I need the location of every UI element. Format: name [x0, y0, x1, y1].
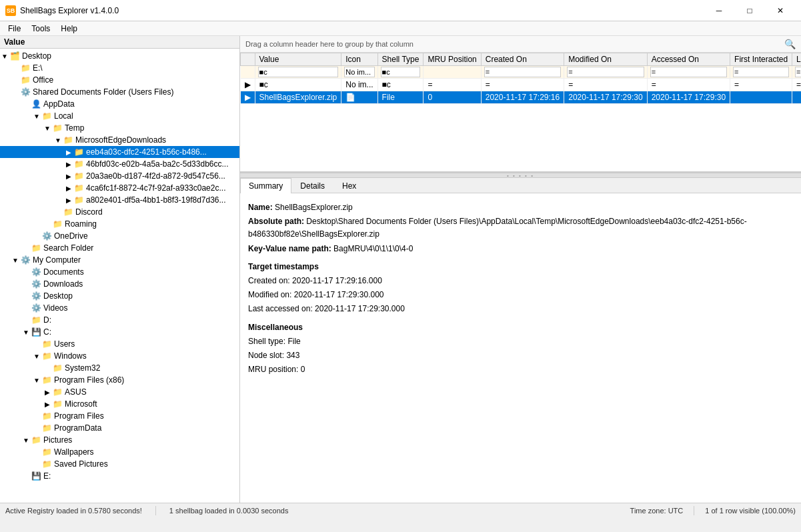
- table-row[interactable]: ▶■cNo im...■c======: [241, 79, 802, 91]
- tree-item-appdata[interactable]: 👤AppData: [0, 98, 239, 110]
- tab-summary[interactable]: Summary: [240, 178, 291, 193]
- tree-item-c[interactable]: ▼💾C:: [0, 326, 239, 338]
- tree-expand-icon[interactable]: ▼: [32, 377, 41, 384]
- tab-hex[interactable]: Hex: [333, 178, 365, 193]
- filter-cell-3[interactable]: [377, 66, 424, 79]
- col-header-value2[interactable]: Value: [255, 53, 341, 66]
- tree-item-programdata[interactable]: 📁ProgramData: [0, 422, 239, 434]
- filter-cell-4[interactable]: [424, 66, 481, 79]
- tree-item-mycomputer[interactable]: ▼⚙️My Computer: [0, 254, 239, 266]
- tree-item-system32[interactable]: 📁System32: [0, 362, 239, 374]
- tree-item-videos[interactable]: ⚙️Videos: [0, 302, 239, 314]
- tree-node-label: E:: [43, 471, 51, 481]
- tree-item-documents[interactable]: ⚙️Documents: [0, 266, 239, 278]
- filter-cell-8[interactable]: [730, 66, 792, 79]
- tree-expand-icon[interactable]: ▼: [0, 53, 9, 60]
- tree-item-local[interactable]: ▼📁Local: [0, 110, 239, 122]
- tree-expand-icon[interactable]: ▶: [43, 401, 52, 408]
- tree-item-discord[interactable]: 📁Discord: [0, 206, 239, 218]
- filter-input-5[interactable]: [484, 67, 561, 77]
- filter-input-6[interactable]: [567, 67, 644, 77]
- tree-node-label: Wallpapers: [54, 447, 94, 457]
- tree-expand-icon[interactable]: ▶: [64, 161, 73, 168]
- tree-item-users[interactable]: 📁Users: [0, 338, 239, 350]
- tree-expand-icon[interactable]: ▶: [64, 185, 73, 192]
- tree-item-msedge[interactable]: ▼📁MicrosoftEdgeDownloads: [0, 134, 239, 146]
- tree-item-search[interactable]: 📁Search Folder: [0, 242, 239, 254]
- filter-cell-2[interactable]: [341, 66, 377, 79]
- maximize-button[interactable]: □: [734, 0, 765, 21]
- tree-item-savedpictures[interactable]: 📁Saved Pictures: [0, 458, 239, 470]
- col-header-accessed[interactable]: Accessed On: [647, 53, 730, 66]
- tree-item-guid5[interactable]: ▶📁a802e401-df5a-4bb1-b8f3-19f8d7d36...: [0, 194, 239, 206]
- tree-expand-icon[interactable]: ▼: [32, 113, 41, 120]
- tree[interactable]: ▼🗂️Desktop 📁E:\ 📁Office ⚙️Shared Documen…: [0, 49, 239, 503]
- tree-item-guid3[interactable]: ▶📁20a3ae0b-d187-4f2d-a872-9d547c56...: [0, 170, 239, 182]
- app-icon: SB: [5, 5, 16, 16]
- filter-cell-9[interactable]: [792, 66, 801, 79]
- tree-expand-icon[interactable]: ▼: [21, 329, 31, 336]
- tree-expand-icon[interactable]: ▶: [43, 389, 52, 396]
- tree-item-microsoft2[interactable]: ▶📁Microsoft: [0, 398, 239, 410]
- col-header-icon[interactable]: Icon: [341, 53, 377, 66]
- filter-cell-6[interactable]: [564, 66, 647, 79]
- tree-expand-icon[interactable]: ▼: [21, 437, 31, 444]
- tree-item-guid4[interactable]: ▶📁4ca6fc1f-8872-4c7f-92af-a933c0ae2c...: [0, 182, 239, 194]
- tree-item-asus[interactable]: ▶📁ASUS: [0, 386, 239, 398]
- col-header-shell-type[interactable]: Shell Type: [377, 53, 424, 66]
- bottom-panel: Summary Details Hex Name: ShellBagsExplo…: [240, 178, 801, 503]
- tree-item-onedrive[interactable]: ⚙️OneDrive: [0, 230, 239, 242]
- col-header-created[interactable]: Created On: [481, 53, 564, 66]
- tree-item-e2[interactable]: 💾E:: [0, 470, 239, 482]
- col-header-last[interactable]: Las: [792, 53, 801, 66]
- tree-expand-icon[interactable]: ▼: [32, 353, 41, 360]
- tree-expand-icon[interactable]: ▶: [64, 149, 73, 156]
- filter-input-9[interactable]: [795, 67, 801, 77]
- data-grid[interactable]: Value Icon Shell Type MRU Position Creat…: [240, 53, 801, 173]
- tree-item-desktop[interactable]: ▼🗂️Desktop: [0, 50, 239, 62]
- tree-item-guid1[interactable]: ▶📁eeb4a03c-dfc2-4251-b56c-b486...: [0, 146, 239, 158]
- tab-details[interactable]: Details: [291, 178, 333, 193]
- col-header-modified[interactable]: Modified On: [564, 53, 647, 66]
- resize-handle[interactable]: • • • • •: [240, 173, 801, 178]
- tree-item-windows[interactable]: ▼📁Windows: [0, 350, 239, 362]
- tree-item-downloads[interactable]: ⚙️Downloads: [0, 278, 239, 290]
- col-header-value[interactable]: [241, 53, 255, 66]
- tree-item-office[interactable]: 📁Office: [0, 74, 239, 86]
- tree-item-d[interactable]: 📁D:: [0, 314, 239, 326]
- modified-value: 2020-11-17 17:29:30.000: [294, 290, 384, 299]
- filter-cell-5[interactable]: [481, 66, 564, 79]
- col-header-first-interacted[interactable]: First Interacted: [730, 53, 792, 66]
- tree-expand-icon[interactable]: ▼: [53, 137, 63, 144]
- tree-item-progfiles[interactable]: 📁Program Files: [0, 410, 239, 422]
- tree-item-e[interactable]: 📁E:\: [0, 62, 239, 74]
- table-row[interactable]: ▶ShellBagsExplorer.zip📄File02020-11-17 1…: [241, 91, 802, 104]
- filter-input-2[interactable]: [344, 67, 374, 77]
- tree-expand-icon[interactable]: ▼: [43, 125, 52, 132]
- tree-item-guid2[interactable]: ▶📁46bfd03c-e02b-4a5a-ba2c-5d33db6cc...: [0, 158, 239, 170]
- tree-item-roaming[interactable]: 📁Roaming: [0, 218, 239, 230]
- filter-cell-1[interactable]: [255, 66, 341, 79]
- search-icon[interactable]: 🔍: [784, 39, 796, 49]
- filter-cell-7[interactable]: [647, 66, 730, 79]
- filter-input-3[interactable]: [381, 67, 421, 77]
- filter-input-7[interactable]: [650, 67, 727, 77]
- menu-help[interactable]: Help: [55, 23, 83, 35]
- tree-expand-icon[interactable]: ▼: [11, 257, 20, 264]
- col-header-mru[interactable]: MRU Position: [424, 53, 481, 66]
- tree-item-shared[interactable]: ⚙️Shared Documents Folder (Users Files): [0, 86, 239, 98]
- close-button[interactable]: ✕: [765, 0, 796, 21]
- tree-item-desktop2[interactable]: ⚙️Desktop: [0, 290, 239, 302]
- tree-item-pictures[interactable]: ▼📁Pictures: [0, 434, 239, 446]
- tree-expand-icon[interactable]: ▶: [64, 173, 73, 180]
- filter-input-1[interactable]: [258, 67, 339, 77]
- tree-item-wallpapers[interactable]: 📁Wallpapers: [0, 446, 239, 458]
- tree-expand-icon[interactable]: ▶: [64, 197, 73, 204]
- menu-tools[interactable]: Tools: [26, 23, 55, 35]
- menu-file[interactable]: File: [3, 23, 26, 35]
- filter-cell-0[interactable]: [241, 66, 255, 79]
- filter-input-8[interactable]: [733, 67, 789, 77]
- tree-item-temp[interactable]: ▼📁Temp: [0, 122, 239, 134]
- tree-item-progfilesx86[interactable]: ▼📁Program Files (x86): [0, 374, 239, 386]
- minimize-button[interactable]: ─: [704, 0, 734, 21]
